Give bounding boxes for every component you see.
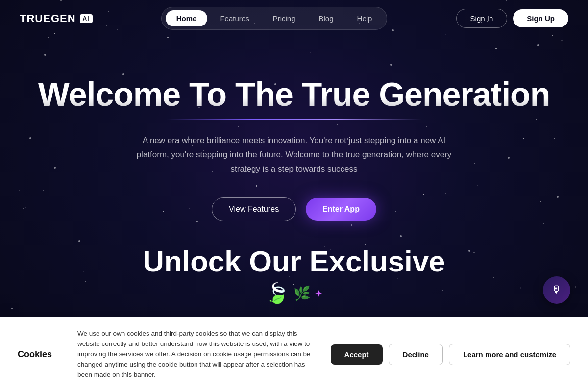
view-features-button[interactable]: View Features	[212, 197, 296, 221]
nav-item-help[interactable]: Help	[346, 10, 383, 26]
accept-button[interactable]: Accept	[331, 344, 383, 365]
hero-section: Welcome To The True Generation A new era…	[0, 37, 588, 241]
leaf-icon: 🍃	[265, 282, 290, 305]
hero-buttons: View Features Enter App	[0, 197, 588, 221]
logo-text: TRUEGEN	[20, 12, 76, 25]
cookie-actions: Accept Decline Learn more and customize	[331, 344, 570, 365]
learn-more-button[interactable]: Learn more and customize	[449, 344, 570, 365]
unlock-section: Unlock Our Exclusive 🍃 🌿 ✦	[0, 241, 588, 305]
nav-item-blog[interactable]: Blog	[308, 10, 344, 26]
unlock-title: Unlock Our Exclusive	[0, 245, 588, 278]
nav-item-home[interactable]: Home	[166, 10, 208, 26]
nav-item-features[interactable]: Features	[209, 10, 260, 26]
decline-button[interactable]: Decline	[389, 344, 443, 365]
hero-title: Welcome To The True Generation	[0, 76, 588, 113]
sign-in-button[interactable]: Sign In	[456, 9, 508, 28]
nav-actions: Sign In Sign Up	[456, 9, 568, 28]
cookie-banner: Cookies We use our own cookies and third…	[0, 317, 588, 392]
mic-icon: 🎙	[551, 284, 562, 296]
navbar: TRUEGEN AI Home Features Pricing Blog He…	[0, 0, 588, 37]
nav-item-pricing[interactable]: Pricing	[262, 10, 306, 26]
sign-up-button[interactable]: Sign Up	[513, 9, 568, 27]
leaf-icon-2: 🌿	[294, 285, 311, 301]
enter-app-button[interactable]: Enter App	[306, 198, 376, 220]
hero-subtitle: A new era where brilliance meets innovat…	[132, 134, 456, 176]
logo: TRUEGEN AI	[20, 12, 93, 25]
mic-button[interactable]: 🎙	[543, 276, 570, 304]
cookie-text: We use our own cookies and third-party c…	[77, 329, 315, 380]
cookie-title: Cookies	[18, 349, 62, 360]
logo-badge: AI	[80, 14, 93, 23]
unlock-icon-row: 🍃 🌿 ✦	[0, 282, 588, 305]
star-icon: ✦	[315, 288, 323, 299]
nav-links: Home Features Pricing Blog Help	[161, 7, 388, 30]
hero-underline	[167, 119, 421, 120]
